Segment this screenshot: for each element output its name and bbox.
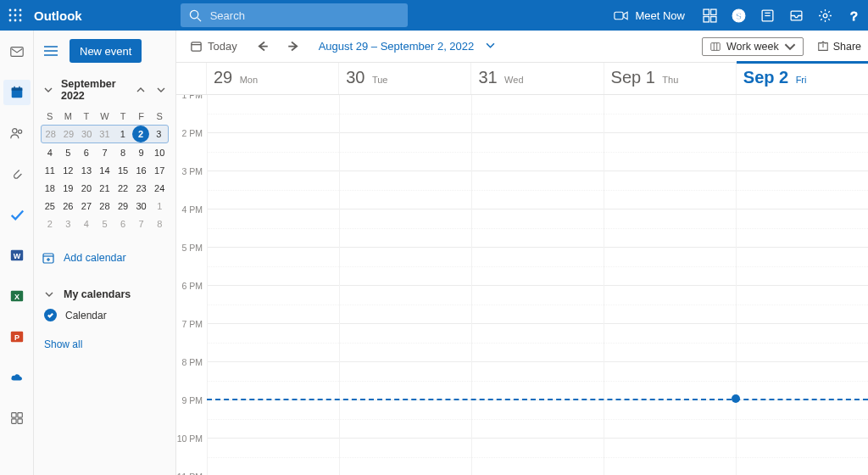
mini-cal-day[interactable]: 19 [59, 180, 76, 197]
day-header[interactable]: Sep 1 Thu [604, 63, 737, 94]
mini-cal-next[interactable] [153, 82, 169, 98]
mini-cal-day[interactable]: 5 [96, 215, 113, 232]
date-range-picker[interactable] [486, 40, 504, 53]
onenote-button[interactable] [753, 0, 782, 31]
rail-onedrive[interactable] [3, 365, 31, 390]
date-range[interactable]: August 29 – September 2, 2022 [312, 40, 481, 53]
hour-cell[interactable] [472, 171, 604, 210]
rail-mail[interactable] [3, 39, 31, 64]
hour-cell[interactable] [472, 95, 604, 133]
rail-apps[interactable] [3, 405, 31, 431]
hour-cell[interactable] [340, 171, 471, 210]
mini-cal-day[interactable]: 26 [59, 198, 76, 215]
hour-cell[interactable] [604, 324, 736, 362]
mini-cal-day[interactable]: 24 [151, 180, 168, 197]
hour-cell[interactable] [472, 286, 604, 324]
hour-cell[interactable] [737, 286, 868, 324]
mini-cal-day[interactable]: 28 [96, 198, 113, 215]
add-calendar-button[interactable]: Add calendar [39, 251, 170, 265]
hour-cell[interactable] [340, 324, 471, 362]
mini-cal-day[interactable]: 7 [96, 144, 113, 161]
hour-cell[interactable] [472, 210, 604, 248]
day-column[interactable] [207, 95, 339, 475]
hour-cell[interactable] [737, 210, 868, 248]
hour-cell[interactable] [604, 362, 736, 400]
hour-cell[interactable] [340, 133, 471, 171]
mini-cal-day[interactable]: 16 [133, 162, 150, 179]
hour-cell[interactable] [208, 439, 339, 475]
skype-button[interactable]: S [724, 0, 753, 31]
mini-cal-day[interactable]: 29 [114, 198, 131, 215]
rail-people[interactable] [3, 120, 31, 146]
mini-cal-day[interactable]: 1 [114, 126, 131, 142]
mini-cal-day[interactable]: 27 [78, 198, 95, 215]
week-grid[interactable]: 1 PM2 PM3 PM4 PM5 PM6 PM7 PM8 PM9 PM10 P… [176, 95, 868, 475]
day-column[interactable] [604, 95, 736, 475]
hour-cell[interactable] [340, 95, 471, 133]
day-header[interactable]: 31 Wed [471, 63, 604, 94]
hour-cell[interactable] [472, 133, 604, 171]
show-all-button[interactable]: Show all [39, 321, 170, 350]
rail-word[interactable]: W [3, 243, 31, 268]
mini-cal-day[interactable]: 23 [133, 180, 150, 197]
day-column[interactable] [339, 95, 471, 475]
hour-cell[interactable] [340, 286, 471, 324]
mini-cal-day[interactable]: 17 [151, 162, 168, 179]
mini-cal-day[interactable]: 3 [59, 215, 76, 232]
rail-todo[interactable] [3, 202, 31, 227]
day-header[interactable]: 29 Mon [207, 63, 339, 94]
rail-files[interactable] [3, 161, 31, 187]
mini-cal-day[interactable]: 14 [96, 162, 113, 179]
mini-cal-day[interactable]: 18 [42, 180, 58, 197]
today-button[interactable]: Today [183, 36, 244, 56]
rail-calendar[interactable] [3, 80, 31, 105]
hamburger-button[interactable] [39, 39, 63, 63]
hour-cell[interactable] [208, 210, 339, 248]
mini-cal-day[interactable]: 13 [78, 162, 95, 179]
day-column[interactable] [736, 95, 868, 475]
mini-cal-day[interactable]: 9 [133, 144, 150, 161]
calendar-item[interactable]: Calendar [39, 302, 170, 321]
hour-cell[interactable] [604, 171, 736, 210]
share-button[interactable]: Share [809, 41, 861, 53]
mini-cal-day[interactable]: 15 [114, 162, 131, 179]
mini-cal-day[interactable]: 2 [42, 215, 58, 232]
calendar-checkbox[interactable] [44, 309, 57, 321]
hour-cell[interactable] [737, 133, 868, 171]
mini-cal-day[interactable]: 3 [150, 126, 167, 142]
hour-cell[interactable] [737, 171, 868, 210]
day-header[interactable]: Sep 2 Fri [737, 63, 868, 94]
mini-cal-day[interactable]: 22 [114, 180, 131, 197]
day-column[interactable] [471, 95, 604, 475]
hour-cell[interactable] [208, 400, 339, 439]
meet-now-button[interactable]: Meet Now [604, 9, 695, 22]
hour-cell[interactable] [604, 248, 736, 286]
mini-cal-day[interactable]: 20 [78, 180, 95, 197]
mini-cal-day[interactable]: 7 [133, 215, 150, 232]
hour-cell[interactable] [472, 362, 604, 400]
hour-cell[interactable] [737, 95, 868, 133]
view-switcher[interactable]: Work week [702, 37, 804, 56]
hour-cell[interactable] [340, 210, 471, 248]
mini-cal-day[interactable]: 31 [96, 126, 113, 142]
mini-cal-day[interactable]: 6 [114, 215, 131, 232]
mini-cal-day[interactable]: 29 [60, 126, 77, 142]
hour-cell[interactable] [208, 248, 339, 286]
my-calendars-header[interactable]: My calendars [39, 287, 170, 302]
hour-cell[interactable] [604, 286, 736, 324]
mini-cal-day[interactable]: 28 [42, 126, 59, 142]
hour-cell[interactable] [340, 439, 471, 475]
mini-cal-day[interactable]: 2 [132, 126, 149, 142]
hour-cell[interactable] [340, 362, 471, 400]
mini-cal-day[interactable]: 30 [78, 126, 95, 142]
hour-cell[interactable] [472, 324, 604, 362]
hour-cell[interactable] [208, 286, 339, 324]
help-button[interactable]: ? [839, 0, 868, 31]
hour-cell[interactable] [737, 439, 868, 475]
hour-cell[interactable] [604, 210, 736, 248]
mini-cal-day[interactable]: 8 [151, 215, 168, 232]
rail-powerpoint[interactable]: P [3, 324, 31, 349]
prev-week-button[interactable] [249, 36, 275, 56]
hour-cell[interactable] [737, 324, 868, 362]
mini-cal-day[interactable]: 25 [42, 198, 58, 215]
